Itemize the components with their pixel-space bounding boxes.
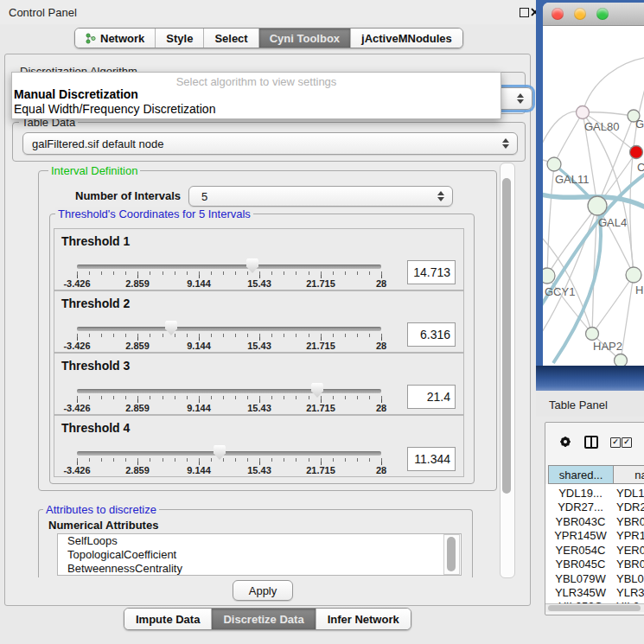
network-canvas[interactable]: GAL80 G C GAL11 GAL4 GCY1 H HAP2 xyxy=(543,26,644,366)
table-panel-title: Table Panel xyxy=(549,399,608,411)
stepper-arrows-icon xyxy=(502,138,509,149)
tab-style[interactable]: Style xyxy=(156,29,204,48)
window-title: Control Panel xyxy=(9,6,77,19)
attributes-group-label: Attributes to discretize xyxy=(43,503,159,516)
table-row[interactable]: YBR045CYBR0 xyxy=(545,557,644,571)
column-header-shared[interactable]: shared... xyxy=(548,465,614,484)
table-panel-titlebar: Table Panel xyxy=(536,391,644,417)
node-label-hap2: HAP2 xyxy=(593,340,622,353)
checkbox-icon[interactable]: ✓ xyxy=(622,437,632,448)
number-of-intervals-label: Number of Intervals xyxy=(75,189,181,202)
node-gal4[interactable] xyxy=(588,196,607,215)
threshold-4-slider-track[interactable] xyxy=(77,451,381,456)
network-frame-bottom xyxy=(536,366,644,391)
node-label-partial-g: G xyxy=(635,118,644,131)
table-panel: ✓ ✓ shared... na... YDL19...YDL1 YDR27..… xyxy=(545,422,644,615)
stepper-arrows-icon xyxy=(517,93,524,104)
mac-zoom-icon[interactable] xyxy=(596,8,609,20)
threshold-3-value[interactable]: 21.4 xyxy=(407,385,456,409)
threshold-3-slider-track[interactable] xyxy=(77,389,381,393)
column-layout-icon[interactable] xyxy=(584,436,598,449)
attributes-scrollbar-track[interactable] xyxy=(443,534,460,575)
tab-jactivemnodules[interactable]: jActiveMNodules xyxy=(351,29,462,48)
table-row[interactable]: YDR27...YDR2 xyxy=(545,500,644,514)
settings-scrollbar-track[interactable] xyxy=(500,163,515,578)
node-label-gal4: GAL4 xyxy=(598,216,627,229)
node-label-gcy1: GCY1 xyxy=(545,285,575,298)
algorithm-dropdown-popup: Select algorithm to view settings Manual… xyxy=(11,72,501,119)
table-body: YDL19...YDL1 YDR27...YDR2 YBR043CYBR0 YP… xyxy=(545,484,644,603)
threshold-3-panel: Threshold 3 -3.426 2.859 9.144 15.43 21.… xyxy=(54,353,464,415)
apply-button[interactable]: Apply xyxy=(233,580,293,601)
threshold-1-value[interactable]: 14.713 xyxy=(407,260,456,284)
attributes-scrollbar-thumb[interactable] xyxy=(447,537,456,571)
threshold-3-label: Threshold 3 xyxy=(61,359,130,373)
threshold-2-label: Threshold 2 xyxy=(61,296,130,310)
list-item[interactable]: SelfLoops xyxy=(58,534,461,548)
interval-definition-label: Interval Definition xyxy=(48,164,140,177)
network-icon xyxy=(86,33,96,44)
threshold-1-slider-track[interactable] xyxy=(77,265,381,269)
table-row[interactable]: YBR043CYBR0 xyxy=(545,514,644,529)
tab-cyni-toolbox[interactable]: Cyni Toolbox xyxy=(259,29,351,48)
thresholds-group-label: Threshold's Coordinates for 5 Intervals xyxy=(55,207,253,220)
threshold-2-value[interactable]: 6.316 xyxy=(407,322,456,347)
control-panel-titlebar: Control Panel xyxy=(0,0,536,24)
tab-impute-data[interactable]: Impute Data xyxy=(124,609,212,629)
node-label-partial-h: H xyxy=(635,284,643,296)
control-panel-tabs: Network Style Select Cyni Toolbox jActiv… xyxy=(74,28,463,48)
node-label-partial-c: C xyxy=(637,161,644,174)
threshold-2-slider-track[interactable] xyxy=(77,327,381,331)
numerical-attributes-list: SelfLoops TopologicalCoefficient Between… xyxy=(57,533,462,576)
node-hap2[interactable] xyxy=(586,328,599,341)
table-hscrollbar-track[interactable] xyxy=(545,603,644,612)
option-manual-discretization[interactable]: Manual Discretization xyxy=(14,87,138,101)
node-gal80[interactable] xyxy=(577,106,590,119)
network-window-titlebar[interactable] xyxy=(543,3,644,26)
settings-scrollbar-thumb[interactable] xyxy=(502,178,511,494)
column-header-name[interactable]: na... xyxy=(613,465,644,484)
checkbox-icon[interactable]: ✓ xyxy=(610,437,621,448)
numerical-attributes-label: Numerical Attributes xyxy=(48,519,158,532)
number-of-intervals-combo[interactable]: 5 xyxy=(188,186,453,207)
node-label-gal11: GAL11 xyxy=(555,173,590,186)
option-equal-width-frequency[interactable]: Equal Width/Frequency Discretization xyxy=(14,102,215,116)
table-row[interactable]: YBL079WYBL0 xyxy=(545,571,644,586)
node-label-gal80: GAL80 xyxy=(584,120,619,133)
table-row[interactable]: YLR345WYLR3 xyxy=(545,585,644,600)
node-bottom-partial[interactable] xyxy=(615,354,628,367)
table-row[interactable]: YDL19...YDL1 xyxy=(545,486,644,501)
threshold-4-label: Threshold 4 xyxy=(61,421,130,435)
mac-close-icon[interactable] xyxy=(552,8,564,20)
mac-minimize-icon[interactable] xyxy=(574,8,586,20)
threshold-1-panel: Threshold 1 -3.426 2.859 9.144 15.43 21.… xyxy=(54,228,464,290)
stepper-arrows-icon xyxy=(437,191,444,201)
network-window: GAL80 G C GAL11 GAL4 GCY1 H HAP2 xyxy=(543,3,644,366)
node-red-selected[interactable] xyxy=(630,146,643,159)
node-gcy1[interactable] xyxy=(543,268,555,284)
algorithm-hint: Select algorithm to view settings xyxy=(12,75,501,88)
tab-infer-network[interactable]: Infer Network xyxy=(316,609,411,629)
table-hscrollbar-thumb[interactable] xyxy=(548,605,641,611)
node-h[interactable] xyxy=(626,267,641,283)
table-row[interactable]: YPR145WYPR1 xyxy=(545,528,644,543)
cyni-mode-tabs: Impute Data Discretize Data Infer Networ… xyxy=(124,608,411,630)
threshold-1-label: Threshold 1 xyxy=(61,234,130,248)
float-window-icon[interactable] xyxy=(520,8,529,17)
threshold-2-panel: Threshold 2 -3.426 2.859 9.144 15.43 21.… xyxy=(54,290,464,353)
list-item[interactable]: BetweennessCentrality xyxy=(58,562,461,576)
node-gal11[interactable] xyxy=(547,157,561,171)
threshold-4-value[interactable]: 11.344 xyxy=(407,447,456,471)
tab-network[interactable]: Network xyxy=(75,29,156,48)
tab-discretize-data[interactable]: Discretize Data xyxy=(212,609,316,629)
list-item[interactable]: TopologicalCoefficient xyxy=(58,548,461,562)
table-row[interactable]: YER054CYER0 xyxy=(545,543,644,558)
threshold-4-panel: Threshold 4 -3.426 2.859 9.144 15.43 21.… xyxy=(54,415,464,477)
gear-icon[interactable] xyxy=(558,435,572,449)
table-data-combo[interactable]: galFiltered.sif default node xyxy=(22,132,518,155)
tab-select[interactable]: Select xyxy=(204,29,258,48)
